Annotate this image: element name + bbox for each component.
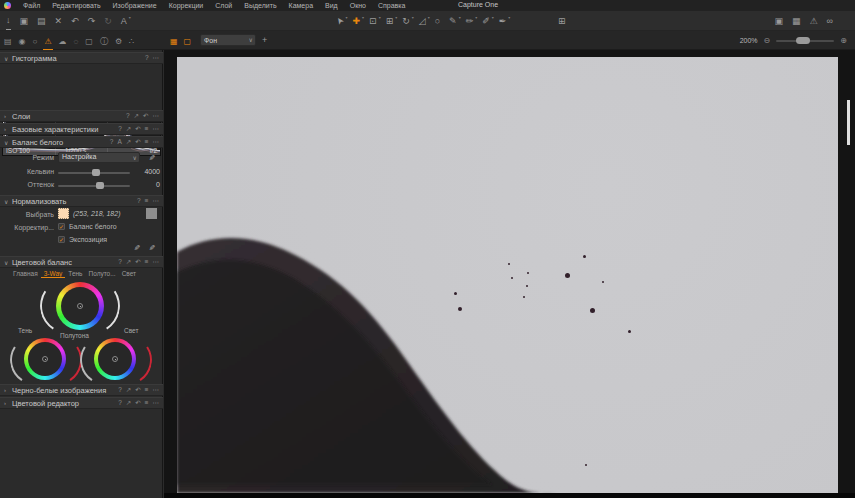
help-icon[interactable]: ?: [118, 399, 122, 407]
more-icon[interactable]: ⋯: [153, 54, 160, 62]
reset-icon[interactable]: ↶: [135, 399, 140, 407]
auto-icon[interactable]: A: [117, 138, 121, 146]
redo-icon[interactable]: ↷: [88, 11, 96, 31]
menu-item-4[interactable]: Слой: [209, 0, 238, 11]
single-view-icon[interactable]: ▢: [184, 32, 192, 51]
reset-icon[interactable]: ↶: [135, 258, 140, 266]
multi-view-icon[interactable]: ▦: [170, 32, 178, 51]
browser-toggle-icon[interactable]: ▦: [792, 11, 801, 31]
tab-cloud-icon[interactable]: ☁: [59, 32, 67, 51]
tab-library-icon[interactable]: ▤: [4, 32, 12, 51]
menu-item-8[interactable]: Окно: [344, 0, 372, 11]
section-header-histogram[interactable]: ∨ Гистограмма ?⋯: [0, 52, 163, 64]
copy-icon[interactable]: ↗: [134, 112, 139, 120]
copy-icon[interactable]: ↗: [126, 125, 131, 133]
delete-icon[interactable]: ✕: [55, 11, 63, 31]
picked-color-swatch[interactable]: [58, 208, 69, 219]
section-header-black-white[interactable]: › Черно-белые изображения ?↗↶≡⋯: [0, 384, 163, 396]
checkbox-row-exposure[interactable]: ✓ Экспозиция: [58, 236, 107, 243]
help-icon[interactable]: ?: [118, 386, 122, 394]
more-icon[interactable]: ⋯: [153, 399, 160, 407]
import-icon[interactable]: ↓: [6, 12, 11, 30]
viewer-scrollbar[interactable]: [847, 100, 850, 145]
loupe-tool-icon[interactable]: ⊡▾: [369, 11, 377, 31]
checkbox-row-white-balance[interactable]: ✓ Баланс белого: [58, 223, 117, 230]
normalize-apply-eyedropper-icon[interactable]: ✎: [147, 244, 156, 251]
tab-adjustments-icon[interactable]: ▢: [85, 32, 93, 51]
photo-canvas[interactable]: [177, 57, 838, 493]
text-tool-icon[interactable]: A▾: [121, 11, 127, 31]
section-header-base-characteristics[interactable]: › Базовые характеристики ?↗↶≡⋯: [0, 123, 163, 135]
more-icon[interactable]: ⋯: [153, 258, 160, 266]
layer-select[interactable]: Фон ∨: [200, 34, 256, 46]
help-icon[interactable]: ?: [118, 125, 122, 133]
more-icon[interactable]: ⋯: [153, 386, 160, 394]
section-header-icons[interactable]: ?⋯: [145, 54, 159, 62]
normalize-pick-eyedropper-icon[interactable]: ✎: [132, 244, 141, 251]
section-header-icons[interactable]: ?↗↶≡⋯: [118, 386, 159, 394]
grid-layout-icon[interactable]: ⊞: [558, 11, 566, 31]
preset-menu-icon[interactable]: ≡: [145, 258, 149, 266]
reset-icon[interactable]: ↻: [104, 11, 112, 31]
viewer-toggle-icon[interactable]: ▣: [774, 11, 783, 31]
tab-share-icon[interactable]: ∴: [129, 32, 134, 51]
target-color-swatch[interactable]: [146, 208, 157, 219]
help-icon[interactable]: ?: [126, 112, 130, 120]
preset-menu-icon[interactable]: ≡: [145, 138, 149, 146]
tab-capture-icon[interactable]: ◉: [19, 32, 26, 51]
add-layer-button[interactable]: +: [262, 34, 267, 46]
tab-lens-icon[interactable]: ○: [33, 32, 38, 51]
checkbox-checked-icon[interactable]: ✓: [58, 223, 65, 230]
tint-slider[interactable]: [58, 185, 130, 187]
section-header-icons[interactable]: ?↗↶⋯: [126, 112, 159, 120]
tab-info-icon[interactable]: ⓘ: [100, 32, 108, 51]
zoom-slider[interactable]: [776, 40, 834, 42]
zoom-out-icon[interactable]: ⊖: [764, 31, 771, 50]
preset-menu-icon[interactable]: ≡: [145, 197, 149, 205]
section-header-icons[interactable]: ?↗↶≡⋯: [118, 125, 159, 133]
exposure-warning-icon[interactable]: ⚠: [810, 11, 818, 31]
copy-icon[interactable]: ↗: [126, 258, 131, 266]
help-icon[interactable]: ?: [145, 54, 149, 62]
select-tool-icon[interactable]: ➤▾: [336, 11, 344, 31]
copy-icon[interactable]: ↗: [126, 138, 131, 146]
help-icon[interactable]: ?: [137, 197, 141, 205]
preset-menu-icon[interactable]: ≡: [145, 386, 149, 394]
menu-item-0[interactable]: Файл: [17, 0, 46, 11]
cb-tab-1[interactable]: 3-Way: [41, 270, 66, 278]
capture-icon[interactable]: ▣: [20, 11, 29, 31]
menu-item-5[interactable]: Выделить: [238, 0, 282, 11]
spot-tool-icon[interactable]: ✎▾: [449, 11, 457, 31]
section-header-color-editor[interactable]: › Цветовой редактор ?↗↶≡⋯: [0, 397, 163, 409]
pan-tool-icon[interactable]: ✚▾: [353, 11, 361, 31]
straighten-tool-icon[interactable]: ◿▾: [419, 11, 426, 31]
help-icon[interactable]: ?: [118, 258, 122, 266]
rotate-tool-icon[interactable]: ↻▾: [402, 11, 410, 31]
checkbox-checked-icon[interactable]: ✓: [58, 236, 65, 243]
crop-tool-icon[interactable]: ⊞▾: [386, 11, 394, 31]
draw-mask-tool-icon[interactable]: ✒▾: [499, 11, 507, 31]
copy-icon[interactable]: ↗: [126, 386, 131, 394]
tab-exposure-icon[interactable]: ⚠: [44, 32, 51, 51]
preset-menu-icon[interactable]: ≡: [145, 125, 149, 133]
clone-tool-icon[interactable]: ✐▾: [482, 11, 490, 31]
cb-tab-0[interactable]: Главная: [10, 270, 41, 278]
section-header-icons[interactable]: ?A↗↶≡⋯: [110, 138, 159, 146]
reset-icon[interactable]: ↶: [143, 112, 148, 120]
cb-tab-3[interactable]: Полуто...: [86, 270, 119, 278]
menu-item-2[interactable]: Изображение: [107, 0, 163, 11]
section-header-color-balance[interactable]: ∨ Цветовой баланс ?↗↶≡⋯: [0, 256, 163, 268]
copy-icon[interactable]: ↗: [126, 399, 131, 407]
reset-icon[interactable]: ↶: [135, 138, 140, 146]
zoom-slider-thumb[interactable]: [796, 37, 810, 44]
wb-eyedropper-icon[interactable]: ✎: [147, 154, 156, 161]
undo-icon[interactable]: ↶: [71, 11, 79, 31]
proof-icon[interactable]: ∞: [827, 11, 833, 31]
wb-mode-select[interactable]: Настройка ∨: [58, 152, 140, 163]
zoom-in-icon[interactable]: ⊕: [840, 31, 847, 50]
more-icon[interactable]: ⋯: [153, 112, 160, 120]
kelvin-slider-thumb[interactable]: [92, 169, 100, 176]
menu-item-1[interactable]: Редактировать: [46, 0, 106, 11]
image-viewer[interactable]: [164, 50, 855, 498]
more-icon[interactable]: ⋯: [153, 138, 160, 146]
